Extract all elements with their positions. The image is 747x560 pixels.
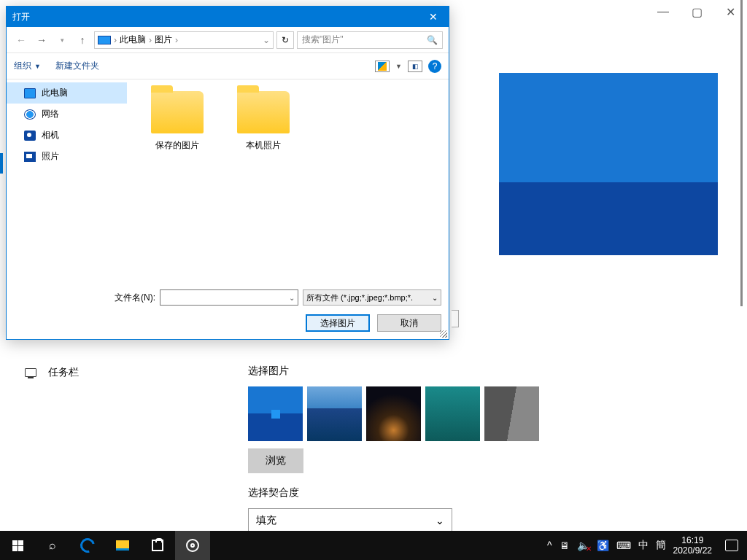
taskbar-clock[interactable]: 16:19 2020/9/22 xyxy=(673,535,712,556)
wallpaper-thumbnails xyxy=(248,386,725,441)
chevron-down-icon[interactable]: ⌄ xyxy=(289,294,295,302)
network-icon xyxy=(24,109,36,120)
picture-icon xyxy=(378,62,387,71)
breadcrumb-folder[interactable]: 图片 xyxy=(155,34,172,46)
system-tray: ^ 🖥 🔈✕ ♿ ⌨ 中 簡 16:19 2020/9/22 xyxy=(547,535,747,556)
tree-item-label: 网络 xyxy=(42,108,59,120)
forward-button[interactable]: → xyxy=(33,31,50,49)
select-image-button[interactable]: 选择图片 xyxy=(306,314,370,332)
section-select-image-title: 选择图片 xyxy=(248,365,725,378)
folder-camera-roll[interactable]: 本机照片 xyxy=(231,91,296,152)
new-folder-button[interactable]: 新建文件夹 xyxy=(55,60,99,72)
search-icon: 🔍 xyxy=(427,35,438,45)
taskbar: ⌕ ^ 🖥 🔈✕ ♿ ⌨ 中 簡 16:19 2020/9/22 xyxy=(0,531,747,560)
tray-accessibility-icon[interactable]: ♿ xyxy=(597,540,609,551)
refresh-button[interactable]: ↻ xyxy=(276,31,294,49)
filetype-select[interactable]: 所有文件 (*.jpg;*.jpeg;*.bmp;*. ⌄ xyxy=(303,289,441,306)
search-icon: ⌕ xyxy=(49,539,56,552)
organize-menu[interactable]: 组织 ▼ xyxy=(14,60,41,72)
breadcrumb-sep-icon: › xyxy=(114,35,117,45)
folder-saved-pictures[interactable]: 保存的图片 xyxy=(144,91,210,152)
breadcrumb-sep-icon: › xyxy=(175,35,178,45)
tray-chevron-up-icon[interactable]: ^ xyxy=(547,540,552,551)
folder-label: 保存的图片 xyxy=(144,139,210,152)
store-icon xyxy=(152,540,163,551)
taskbar-store[interactable] xyxy=(140,531,175,560)
tree-item-network[interactable]: 网络 xyxy=(7,104,127,125)
folder-icon xyxy=(237,91,290,133)
wallpaper-thumb[interactable] xyxy=(307,386,362,441)
dialog-nav-bar: ← → ▾ ↑ › 此电脑 › 图片 › ⌄ ↻ 搜索"图片" 🔍 xyxy=(7,27,449,53)
tree-item-label: 此电脑 xyxy=(42,87,68,99)
folder-icon xyxy=(151,91,204,133)
search-input[interactable]: 搜索"图片" 🔍 xyxy=(297,31,443,49)
filename-input[interactable]: ⌄ xyxy=(160,289,298,306)
wallpaper-thumb[interactable] xyxy=(484,386,539,441)
taskbar-settings[interactable] xyxy=(175,531,210,560)
back-button[interactable]: ← xyxy=(12,31,30,49)
photos-icon xyxy=(24,152,36,162)
dialog-bottom: 文件名(N): ⌄ 所有文件 (*.jpg;*.jpeg;*.bmp;*. ⌄ … xyxy=(7,284,449,339)
dialog-title: 打开 xyxy=(12,11,30,23)
tree-item-this-pc[interactable]: 此电脑 xyxy=(7,82,127,104)
wallpaper-thumb[interactable] xyxy=(248,386,303,441)
search-button[interactable]: ⌕ xyxy=(35,531,70,560)
cancel-button[interactable]: 取消 xyxy=(377,314,441,332)
tree-item-camera[interactable]: 相机 xyxy=(7,125,127,146)
scrollbar[interactable] xyxy=(740,0,743,306)
address-dropdown-icon[interactable]: ⌄ xyxy=(263,35,270,45)
clock-date: 2020/9/22 xyxy=(673,545,712,556)
gear-icon xyxy=(186,539,199,552)
file-open-dialog: 打开 ✕ ← → ▾ ↑ › 此电脑 › 图片 › ⌄ ↻ 搜索"图片" 🔍 组… xyxy=(6,6,449,340)
settings-sidebar: 任务栏 xyxy=(15,359,219,533)
windows-logo-icon xyxy=(12,540,23,551)
pc-icon xyxy=(24,88,36,98)
section-fit-title: 选择契合度 xyxy=(248,486,725,499)
dialog-close-button[interactable]: ✕ xyxy=(418,7,449,27)
taskbar-edge[interactable] xyxy=(70,531,105,560)
tree-item-photos[interactable]: 照片 xyxy=(7,146,127,167)
resize-grip[interactable] xyxy=(440,330,447,338)
settings-content: 选择图片 浏览 选择契合度 填充 ⌄ xyxy=(248,351,747,533)
browse-button[interactable]: 浏览 xyxy=(248,448,303,473)
breadcrumb-sep-icon: › xyxy=(149,35,152,45)
chevron-down-icon: ⌄ xyxy=(436,515,444,526)
sidebar-item-taskbar[interactable]: 任务栏 xyxy=(15,359,219,386)
dialog-file-pane[interactable]: 保存的图片 本机照片 xyxy=(127,79,449,284)
tree-item-label: 照片 xyxy=(42,150,59,163)
chevron-down-icon: ▼ xyxy=(34,63,41,70)
address-bar[interactable]: › 此电脑 › 图片 › ⌄ xyxy=(94,31,274,49)
pc-icon xyxy=(98,36,111,44)
background-preview xyxy=(499,73,718,255)
dialog-titlebar[interactable]: 打开 ✕ xyxy=(7,7,449,27)
help-button[interactable]: ? xyxy=(428,60,441,73)
taskbar-explorer[interactable] xyxy=(105,531,140,560)
dialog-tree: 此电脑 网络 相机 照片 xyxy=(7,79,127,284)
wallpaper-thumb[interactable] xyxy=(366,386,421,441)
up-button[interactable]: ↑ xyxy=(74,31,91,49)
wallpaper-thumb[interactable] xyxy=(425,386,480,441)
sidebar-item-label: 任务栏 xyxy=(48,366,79,379)
start-button[interactable] xyxy=(0,531,35,560)
tray-volume-icon[interactable]: 🔈✕ xyxy=(577,540,589,551)
fit-select[interactable]: 填充 ⌄ xyxy=(248,508,452,533)
filetype-value: 所有文件 (*.jpg;*.jpeg;*.bmp;*. xyxy=(306,292,413,303)
preview-pane-button[interactable]: ◧ xyxy=(408,61,422,72)
tray-ime1[interactable]: 中 xyxy=(638,539,649,552)
minimize-button[interactable]: — xyxy=(646,0,680,23)
tray-network-icon[interactable]: 🖥 xyxy=(560,540,570,551)
filename-label: 文件名(N): xyxy=(115,292,155,304)
search-placeholder: 搜索"图片" xyxy=(302,34,344,46)
view-mode-button[interactable] xyxy=(375,61,390,72)
chevron-down-icon[interactable]: ▼ xyxy=(395,63,402,70)
fit-select-value: 填充 xyxy=(256,514,276,527)
maximize-button[interactable]: ▢ xyxy=(680,0,713,23)
recent-locations-button[interactable]: ▾ xyxy=(53,31,71,49)
tray-keyboard-icon[interactable]: ⌨ xyxy=(616,540,631,551)
breadcrumb-root[interactable]: 此电脑 xyxy=(120,34,146,46)
camera-icon xyxy=(24,131,36,141)
dialog-toolbar: 组织 ▼ 新建文件夹 ▼ ◧ ? xyxy=(7,53,449,79)
tray-ime2[interactable]: 簡 xyxy=(656,539,666,552)
notifications-button[interactable] xyxy=(725,540,738,551)
explorer-icon xyxy=(116,540,129,551)
